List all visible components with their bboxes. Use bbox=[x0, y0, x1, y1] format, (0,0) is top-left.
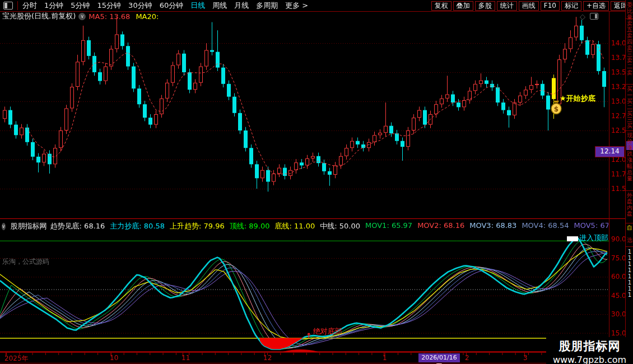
trading-app-window: 分时1分钟5分钟15分钟30分钟60分钟日线周线月线多周期更多 > 复权叠加多股… bbox=[0, 0, 633, 364]
indicator-brand: 股朋指标网 bbox=[11, 221, 47, 231]
indicator-field-10: MOV5: 67.76 bbox=[574, 221, 609, 231]
period-menu-0[interactable]: 分时 bbox=[22, 1, 37, 11]
strip-separator bbox=[626, 190, 633, 191]
tool-menu-4[interactable]: 画线 bbox=[519, 1, 539, 11]
indicator-field-0: 趋势见底: 68.16 bbox=[50, 221, 105, 231]
top-signal-box bbox=[567, 236, 578, 241]
indicator-field-6: MOV1: 65.97 bbox=[365, 221, 412, 231]
strip-separator bbox=[626, 84, 633, 85]
stock-title: 宝光股份(日线.前复权) bbox=[2, 11, 76, 21]
date-label: 10 bbox=[110, 354, 118, 362]
strip-segment-2: 买一买二买三买 bbox=[626, 86, 633, 129]
date-label: 11 bbox=[181, 354, 190, 362]
indicator-field-2: 上升趋势: 79.96 bbox=[170, 221, 225, 231]
panel-toggle-icon[interactable] bbox=[3, 2, 13, 10]
chart-title-bar: 宝光股份(日线.前复权) ∨ MA5: 13.68 MA20: ◇ bbox=[0, 12, 608, 21]
indicator-fields: 趋势见底: 68.16主力抄底: 80.58上升趋势: 79.96顶线: 89.… bbox=[50, 221, 608, 231]
date-label: 12 bbox=[263, 354, 272, 362]
money-bag-icon: $ bbox=[550, 100, 563, 115]
period-menu-7[interactable]: 周线 bbox=[212, 1, 227, 11]
tool-menu-7[interactable]: +自选 bbox=[583, 1, 609, 11]
indicator-field-7: MOV2: 68.16 bbox=[417, 221, 464, 231]
period-menu-3[interactable]: 15分钟 bbox=[97, 1, 122, 11]
period-menu-5[interactable]: 60分钟 bbox=[160, 1, 184, 11]
right-quote-strip[interactable]: 委比量卖五卖四卖三卖二卖买一买二买三买现价涨跌涨幅总量外盘内盘自选1111111… bbox=[625, 0, 633, 364]
date-highlight-tag: 2026/01/16五 bbox=[418, 353, 460, 362]
right-menu-group: 复权叠加多股统计画线F10标记+自选返回 bbox=[430, 1, 631, 11]
date-label: 3 bbox=[523, 354, 528, 362]
strip-separator bbox=[626, 246, 633, 247]
window-layout-icon[interactable] bbox=[590, 13, 598, 20]
enter-top-annotation: 进入顶部 bbox=[579, 233, 608, 243]
strip-separator bbox=[626, 130, 633, 131]
buy-signal-annotation: ★开始抄底 bbox=[560, 94, 595, 104]
last-price-tag: 12.14 bbox=[595, 146, 625, 157]
tool-menu-2[interactable]: 多股 bbox=[475, 1, 495, 11]
site-watermark-url: www.7gpzb.com bbox=[546, 354, 633, 364]
chevron-down-icon[interactable]: ∨ bbox=[78, 13, 86, 20]
strip-separator bbox=[626, 223, 633, 223]
period-menu-6[interactable]: 日线 bbox=[190, 1, 205, 11]
period-menu-9[interactable]: 多周期 bbox=[256, 1, 278, 11]
strip-segment-6: 选 bbox=[626, 237, 633, 243]
date-label: 2025年 bbox=[4, 354, 29, 363]
strip-segment-7: 11111111 bbox=[626, 249, 633, 298]
diamond-icon[interactable]: ◇ bbox=[580, 12, 585, 21]
period-menu-10[interactable]: 更多 > bbox=[285, 1, 308, 11]
indicator-field-1: 主力抄底: 80.58 bbox=[110, 221, 165, 231]
strip-segment-4: 外盘内盘 bbox=[626, 192, 633, 217]
tool-menu-0[interactable]: 复权 bbox=[431, 1, 452, 11]
strip-segment-5: 自 bbox=[626, 225, 633, 231]
formula-watermark: 乐淘，公式源码 bbox=[2, 257, 49, 267]
period-menu-group: 分时1分钟5分钟15分钟30分钟60分钟日线周线月线多周期更多 > bbox=[22, 1, 315, 11]
tool-menu-3[interactable]: 统计 bbox=[497, 1, 517, 11]
indicator-field-3: 顶线: 89.00 bbox=[230, 221, 270, 231]
period-menu-2[interactable]: 5分钟 bbox=[71, 1, 90, 11]
indicator-header: ∨ 股朋指标网 趋势见底: 68.16主力抄底: 80.58上升趋势: 79.9… bbox=[0, 220, 608, 233]
strip-segment-0: 委比量 bbox=[626, 2, 633, 20]
indicator-chevron-icon[interactable]: ∨ bbox=[2, 223, 6, 230]
strip-segment-1: 卖五卖四卖三卖二卖 bbox=[626, 20, 633, 76]
ma5-value: MA5: 13.68 bbox=[89, 12, 130, 21]
date-label: 1 bbox=[383, 354, 387, 362]
indicator-field-8: MOV3: 68.83 bbox=[469, 221, 516, 231]
top-toolbar: 分时1分钟5分钟15分钟30分钟60分钟日线周线月线多周期更多 > 复权叠加多股… bbox=[0, 0, 633, 11]
chart-canvas[interactable] bbox=[0, 0, 633, 364]
period-menu-1[interactable]: 1分钟 bbox=[44, 1, 63, 11]
ma20-value: MA20: bbox=[136, 12, 159, 21]
absolute-bottom-annotation: 绝对底部 bbox=[313, 326, 342, 337]
period-menu-4[interactable]: 30分钟 bbox=[128, 1, 152, 11]
site-watermark: 股朋指标网 www.7gpzb.com bbox=[546, 337, 633, 364]
indicator-field-9: MOV4: 68.54 bbox=[522, 221, 569, 231]
svg-text:$: $ bbox=[554, 105, 558, 113]
date-label: 2 bbox=[465, 354, 469, 362]
indicator-field-5: 中线: 50.00 bbox=[320, 221, 360, 231]
tool-menu-6[interactable]: 标记 bbox=[561, 1, 581, 11]
strip-segment-3: 现价涨跌涨幅总量 bbox=[626, 132, 633, 181]
up-arrow-icon: ↑ bbox=[306, 332, 312, 340]
period-menu-8[interactable]: 月线 bbox=[234, 1, 249, 11]
tool-menu-1[interactable]: 叠加 bbox=[453, 1, 473, 11]
tool-menu-5[interactable]: F10 bbox=[541, 1, 560, 11]
indicator-field-4: 底线: 11.00 bbox=[275, 221, 315, 231]
site-watermark-brand: 股朋指标网 bbox=[546, 338, 633, 354]
toolbar-separator bbox=[17, 1, 18, 10]
